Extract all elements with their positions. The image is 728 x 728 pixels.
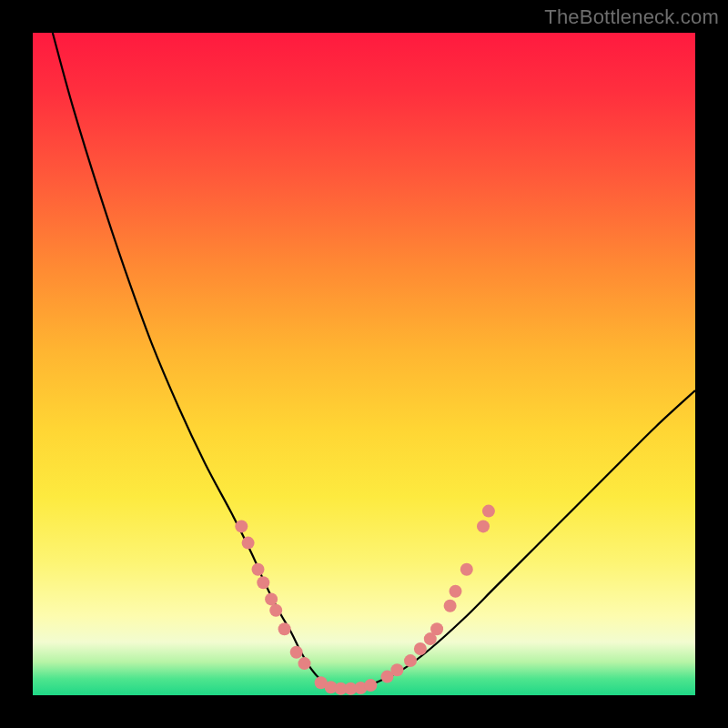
data-point	[252, 563, 265, 576]
data-point	[450, 585, 462, 598]
data-point	[235, 520, 248, 532]
data-point	[278, 622, 291, 635]
data-point	[290, 646, 303, 659]
data-point	[460, 563, 473, 576]
data-point	[265, 592, 278, 605]
chart-svg	[33, 33, 695, 695]
data-point	[430, 622, 443, 635]
highlight-points	[235, 505, 495, 695]
bottleneck-curve	[53, 33, 695, 689]
data-point	[414, 642, 427, 655]
data-point	[482, 505, 495, 518]
data-point	[477, 520, 490, 532]
plot-area	[33, 33, 695, 695]
data-point	[257, 576, 269, 589]
data-point	[269, 604, 282, 617]
data-point	[298, 657, 311, 670]
data-point	[242, 537, 255, 550]
data-point	[390, 663, 403, 676]
watermark-text: TheBottleneck.com	[544, 5, 719, 29]
data-point	[364, 679, 377, 692]
data-point	[444, 600, 457, 612]
chart-frame: TheBottleneck.com	[0, 0, 728, 728]
data-point	[404, 654, 417, 667]
